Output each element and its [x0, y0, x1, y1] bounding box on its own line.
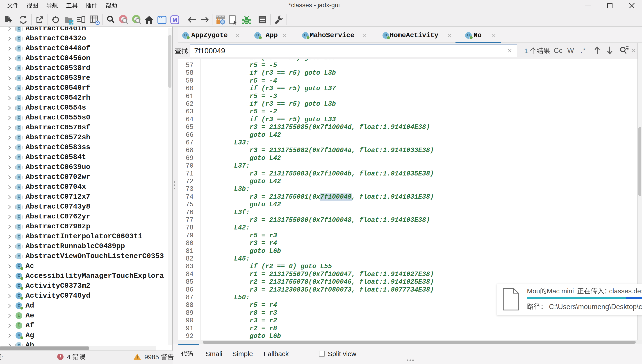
svg-text:M: M: [172, 17, 177, 23]
